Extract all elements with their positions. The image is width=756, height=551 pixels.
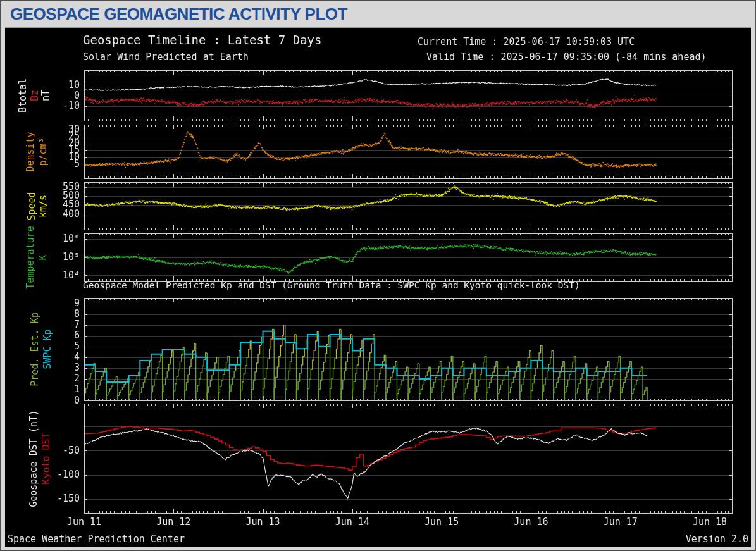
y-tick-label: -50 [53, 445, 80, 456]
y-tick-label: -10 [53, 100, 80, 111]
y-tick-label: 0 [53, 395, 80, 406]
y-tick-label: 10 [53, 79, 80, 90]
x-tick-label: Jun 13 [241, 516, 285, 528]
y-axis-label-solar_wind_bt_bz-1: Bz [29, 90, 40, 101]
y-tick-label: -100 [53, 469, 80, 480]
solar-wind-subtitle: Solar Wind Predicted at Earth [83, 51, 249, 63]
x-tick-label: Jun 16 [509, 516, 553, 528]
y-axis-label-kp_index-0: Pred. Est. Kp [29, 312, 40, 386]
y-tick-label: 400 [53, 208, 80, 220]
app-window: GEOSPACE GEOMAGNETIC ACTIVITY PLOT Geosp… [0, 0, 756, 551]
y-axis-label-solar_wind_speed-0: Speed [26, 192, 37, 220]
y-tick-label: 7 [53, 319, 80, 330]
y-tick-label: 8 [53, 308, 80, 319]
y-axis-label-kp_index-1: SWPC Kp [42, 329, 53, 369]
y-tick-label: 6 [53, 330, 80, 341]
y-tick-label: 2 [53, 373, 80, 384]
y-tick-label: 10⁶ [53, 233, 80, 244]
y-axis-label-solar_wind_density-0: Density [25, 132, 36, 171]
y-tick-label: 3 [53, 362, 80, 373]
y-axis-label-solar_wind_density-1: p/cm³ [37, 137, 49, 166]
y-tick-label: 10⁴ [53, 269, 80, 281]
y-tick-label: 5 [53, 340, 80, 352]
header-bar: GEOSPACE GEOMAGNETIC ACTIVITY PLOT [1, 1, 755, 26]
y-axis-label-dst_index-0: Geospace DST (nT) [28, 410, 39, 507]
x-tick-label: Jun 11 [62, 516, 106, 528]
plot-area: Geospace Timeline : Latest 7 Days Curren… [5, 27, 751, 547]
y-axis-label-dst_index-1: Kyoto DST [40, 433, 52, 484]
y-axis-label-solar_wind_temperature-1: K [37, 254, 49, 260]
y-tick-label: 0 [53, 90, 80, 101]
model-subtitle: Geospace Model Predicted Kp and DST (Gro… [83, 280, 580, 290]
footer-version: Version 2.0 [686, 533, 748, 545]
y-tick-label: 10⁵ [53, 251, 80, 263]
x-tick-label: Jun 18 [688, 516, 732, 528]
y-axis-label-solar_wind_bt_bz-2: nT [40, 90, 51, 101]
valid-time: Valid Time : 2025-06-17 09:35:00 (-84 mi… [426, 51, 707, 63]
y-tick-label: 9 [53, 297, 80, 309]
y-axis-label-solar_wind_speed-1: km/s [37, 194, 49, 217]
x-tick-label: Jun 15 [419, 516, 464, 528]
y-tick-label: 5 [53, 158, 80, 170]
y-tick-label: 4 [53, 351, 80, 362]
x-tick-label: Jun 17 [598, 516, 643, 528]
footer-credit: Space Weather Prediction Center [8, 533, 185, 545]
y-tick-label: 1 [53, 383, 80, 395]
x-tick-label: Jun 12 [151, 516, 195, 528]
y-tick-label: -150 [53, 493, 80, 504]
page-title: GEOSPACE GEOMAGNETIC ACTIVITY PLOT [10, 4, 347, 24]
current-time: Current Time : 2025-06-17 10:59:03 UTC [418, 36, 635, 47]
y-axis-label-solar_wind_bt_bz-0: Btotal [17, 78, 28, 113]
main-title: Geospace Timeline : Latest 7 Days [83, 33, 322, 47]
y-axis-label-solar_wind_temperature-0: Temperature [25, 226, 36, 288]
x-tick-label: Jun 14 [330, 516, 375, 528]
